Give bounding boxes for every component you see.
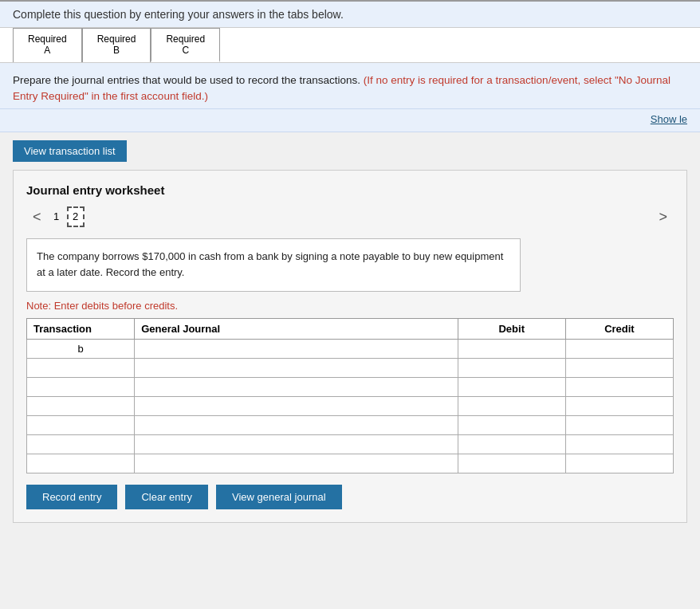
table-row: b <box>27 340 674 359</box>
transaction-cell-3 <box>27 397 135 416</box>
transaction-cell-0: b <box>27 340 135 359</box>
debit-input-5[interactable] <box>458 435 565 454</box>
table-row <box>27 435 674 454</box>
tab-required-b[interactable]: Required B <box>82 28 151 62</box>
table-row <box>27 416 674 435</box>
header-credit: Credit <box>565 319 673 340</box>
general-journal-input-1[interactable] <box>135 359 458 377</box>
debit-cell-5[interactable] <box>458 435 565 454</box>
table-row <box>27 454 674 473</box>
credit-input-4[interactable] <box>566 416 673 434</box>
table-row <box>27 378 674 397</box>
debit-input-4[interactable] <box>458 416 565 434</box>
prev-page-arrow[interactable]: < <box>26 210 48 224</box>
view-transaction-button[interactable]: View transaction list <box>13 140 127 162</box>
credit-cell-0[interactable] <box>565 340 673 359</box>
general-journal-input-2[interactable] <box>135 378 458 396</box>
general-journal-input-0[interactable] <box>135 340 458 358</box>
credit-cell-6[interactable] <box>565 454 673 473</box>
debit-input-0[interactable] <box>458 340 565 358</box>
general-journal-cell-6[interactable] <box>135 454 458 473</box>
credit-cell-3[interactable] <box>565 397 673 416</box>
debit-input-2[interactable] <box>458 378 565 396</box>
transaction-description: The company borrows $170,000 in cash fro… <box>26 238 521 293</box>
credit-cell-5[interactable] <box>565 435 673 454</box>
worksheet-container: Journal entry worksheet < 1 2 > The comp… <box>13 170 687 524</box>
record-entry-button[interactable]: Record entry <box>26 485 117 509</box>
page-numbers: 1 2 <box>48 206 85 227</box>
header-general-journal: General Journal <box>135 319 458 340</box>
view-general-journal-button[interactable]: View general journal <box>216 485 342 509</box>
general-journal-cell-2[interactable] <box>135 378 458 397</box>
transaction-cell-6 <box>27 454 135 473</box>
instruction-box: Prepare the journal entries that would b… <box>0 63 700 109</box>
general-journal-input-6[interactable] <box>135 454 458 473</box>
debit-cell-4[interactable] <box>458 416 565 435</box>
debit-input-1[interactable] <box>458 359 565 377</box>
general-journal-cell-4[interactable] <box>135 416 458 435</box>
table-row <box>27 359 674 378</box>
credit-cell-1[interactable] <box>565 359 673 378</box>
transaction-cell-4 <box>27 416 135 435</box>
next-page-arrow[interactable]: > <box>652 210 674 224</box>
transaction-cell-5 <box>27 435 135 454</box>
journal-table: Transaction General Journal Debit Credit… <box>26 318 674 473</box>
nav-row: < 1 2 > <box>26 206 674 227</box>
tab-required-a[interactable]: Required A <box>13 28 82 62</box>
debit-input-6[interactable] <box>458 454 565 473</box>
general-journal-cell-1[interactable] <box>135 359 458 378</box>
note-text: Note: Enter debits before credits. <box>26 300 674 312</box>
debit-input-3[interactable] <box>458 397 565 415</box>
credit-input-3[interactable] <box>566 397 673 415</box>
credit-input-5[interactable] <box>566 435 673 454</box>
top-banner-text: Complete this question by entering your … <box>13 8 344 21</box>
tabs-container: Required A Required B Required C <box>0 28 700 63</box>
instruction-main: Prepare the journal entries that would b… <box>13 74 364 86</box>
general-journal-cell-3[interactable] <box>135 397 458 416</box>
general-journal-input-5[interactable] <box>135 435 458 454</box>
credit-input-1[interactable] <box>566 359 673 377</box>
debit-cell-0[interactable] <box>458 340 565 359</box>
action-buttons: Record entry Clear entry View general jo… <box>26 485 674 509</box>
page-1-btn[interactable]: 1 <box>48 206 65 227</box>
general-journal-input-3[interactable] <box>135 397 458 415</box>
credit-cell-4[interactable] <box>565 416 673 435</box>
credit-input-2[interactable] <box>566 378 673 396</box>
worksheet-title: Journal entry worksheet <box>26 183 674 197</box>
transaction-cell-2 <box>27 378 135 397</box>
debit-cell-1[interactable] <box>458 359 565 378</box>
credit-input-6[interactable] <box>566 454 673 473</box>
page-2-btn[interactable]: 2 <box>67 206 85 227</box>
show-legend-link[interactable]: Show le <box>651 113 687 125</box>
debit-cell-2[interactable] <box>458 378 565 397</box>
top-banner: Complete this question by entering your … <box>0 0 700 28</box>
show-legend-row: Show le <box>0 109 700 132</box>
header-debit: Debit <box>458 319 565 340</box>
debit-cell-6[interactable] <box>458 454 565 473</box>
general-journal-input-4[interactable] <box>135 416 458 434</box>
general-journal-cell-5[interactable] <box>135 435 458 454</box>
credit-input-0[interactable] <box>566 340 673 358</box>
table-row <box>27 397 674 416</box>
view-transaction-btn-container: View transaction list <box>0 132 700 170</box>
transaction-cell-1 <box>27 359 135 378</box>
tab-required-c[interactable]: Required C <box>151 28 220 62</box>
header-transaction: Transaction <box>27 319 135 340</box>
general-journal-cell-0[interactable] <box>135 340 458 359</box>
credit-cell-2[interactable] <box>565 378 673 397</box>
clear-entry-button[interactable]: Clear entry <box>125 485 208 509</box>
debit-cell-3[interactable] <box>458 397 565 416</box>
